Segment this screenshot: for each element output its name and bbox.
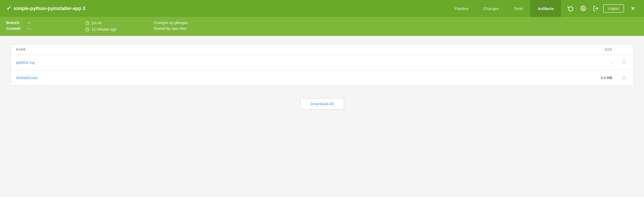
sub-header: Branch: — Commit: — 2m 4s: [0, 17, 644, 36]
table-header: NAME SIZE: [11, 45, 633, 55]
nav-link-pipeline[interactable]: Pipeline: [447, 0, 476, 17]
time-ago-row: 11 minutes ago: [85, 27, 154, 32]
nav-link-artifacts[interactable]: Artifacts: [530, 0, 561, 17]
pipeline-title: simple-python-pyinstaller-app 3: [14, 6, 85, 11]
col-name-header: NAME: [16, 48, 586, 51]
changes-by: Changes by gilesgas: [154, 21, 188, 25]
download-all-container: Download All: [11, 94, 633, 118]
nav-actions: Logout: [565, 3, 638, 14]
nav-link-changes[interactable]: Changes: [476, 0, 506, 17]
branch-value: —: [27, 21, 31, 25]
refresh-button[interactable]: [565, 3, 576, 14]
nav-links: Pipeline Changes Tests Artifacts: [447, 0, 561, 17]
commit-label: Commit:: [6, 26, 27, 31]
changes-by-row: Changes by gilesgas: [154, 21, 188, 25]
commit-row: Commit: —: [6, 26, 85, 31]
branch-label: Branch:: [6, 21, 27, 25]
started-by-row: Started by user Alex: [154, 26, 188, 31]
svg-point-0: [582, 8, 584, 9]
artifact-name-dist-add2vals[interactable]: dist/add2vals: [16, 76, 586, 80]
download-icon-dist-add2vals[interactable]: [620, 74, 628, 81]
main-content: NAME SIZE pipeline.log - dist/add2vals 3…: [0, 36, 644, 195]
duration-value: 2m 4s: [92, 21, 102, 25]
artifact-name-pipeline-log[interactable]: pipeline.log: [16, 60, 586, 65]
started-by: Started by user Alex: [154, 26, 187, 31]
time-ago-value: 11 minutes ago: [92, 27, 117, 31]
artifact-size-dist-add2vals: 3.4 MB: [586, 76, 612, 80]
commit-value: —: [27, 26, 31, 31]
top-nav: ✓ simple-python-pyinstaller-app 3 Pipeli…: [0, 0, 644, 17]
col-size-header: SIZE: [586, 48, 612, 51]
artifacts-table: NAME SIZE pipeline.log - dist/add2vals 3…: [11, 44, 633, 85]
download-icon-pipeline-log[interactable]: [620, 59, 628, 66]
exit-button[interactable]: [591, 3, 601, 14]
download-all-button[interactable]: Download All: [300, 98, 344, 109]
nav-link-tests[interactable]: Tests: [506, 0, 530, 17]
artifact-size-pipeline-log: -: [586, 60, 612, 65]
table-row: dist/add2vals 3.4 MB: [11, 70, 633, 85]
branch-row: Branch: —: [6, 21, 85, 25]
nav-brand: ✓ simple-python-pyinstaller-app 3: [6, 5, 447, 12]
table-row: pipeline.log -: [11, 55, 633, 70]
duration-row: 2m 4s: [85, 21, 154, 25]
logout-button[interactable]: Logout: [603, 4, 624, 13]
settings-button[interactable]: [578, 3, 588, 14]
close-button[interactable]: [628, 4, 638, 13]
check-icon: ✓: [6, 5, 11, 12]
